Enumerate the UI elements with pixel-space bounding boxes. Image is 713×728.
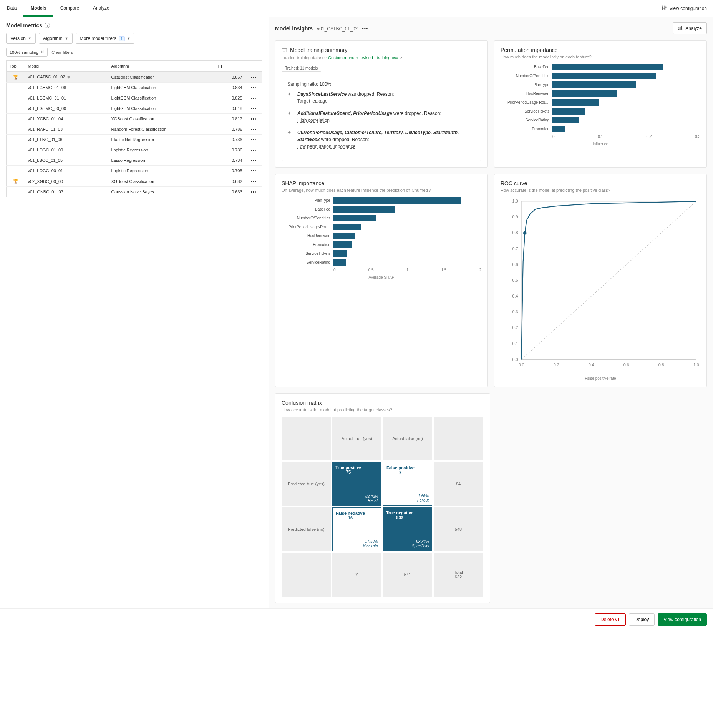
summary-icon <box>282 48 287 54</box>
roc-chart: 0.00.10.20.30.40.50.60.70.80.91.00.00.20… <box>501 197 700 372</box>
model-insights-title: Model insights v01_CATBC_01_02 ••• <box>275 25 368 32</box>
chart-bar-row: ServiceTickets <box>501 108 700 115</box>
chevron-down-icon: ▼ <box>65 37 68 40</box>
svg-text:0.2: 0.2 <box>512 325 518 330</box>
top-tabs-bar: DataModelsCompareAnalyze View configurat… <box>0 0 713 17</box>
analyze-button[interactable]: Analyze <box>673 22 707 34</box>
table-row[interactable]: v01_XGBC_01_04 XGBoost Classification0.8… <box>7 114 262 124</box>
more-filters[interactable]: More model filters1▼ <box>76 33 135 44</box>
trained-chip: Trained: 11 models <box>282 65 321 72</box>
table-row[interactable]: 🏆 v02_XGBC_00_00 XGBoost Classification0… <box>7 176 262 187</box>
clear-filters-link[interactable]: Clear filters <box>51 50 73 55</box>
cm-grand-total: Total632 <box>434 553 483 597</box>
tab-analyze[interactable]: Analyze <box>86 0 116 17</box>
chart-bar-row: PlanType <box>282 197 481 204</box>
row-more-icon[interactable]: ••• <box>251 148 257 152</box>
delete-button[interactable]: Delete v1 <box>595 613 626 626</box>
svg-rect-10 <box>282 48 287 52</box>
svg-text:0.4: 0.4 <box>589 362 594 367</box>
table-row[interactable]: v01_GNBC_01_07 Gaussian Naive Bayes0.633… <box>7 187 262 197</box>
version-filter[interactable]: Version▼ <box>6 33 36 44</box>
table-row[interactable]: v01_ELNC_01_06 Elastic Net Regression0.7… <box>7 135 262 145</box>
filter-chip-sampling[interactable]: 100% sampling✕ <box>6 48 48 57</box>
chart-bar-row: ServiceTickets <box>282 250 481 257</box>
table-row[interactable]: v01_RAFC_01_03 Random Forest Classificat… <box>7 124 262 135</box>
row-more-icon[interactable]: ••• <box>251 168 257 173</box>
chart-bar-row: ServiceRating <box>501 117 700 123</box>
chart-bar-row: Promotion <box>282 241 481 248</box>
row-more-icon[interactable]: ••• <box>251 106 257 111</box>
sparkle-icon: ✦ <box>287 91 293 105</box>
algorithm-filter[interactable]: Algorithm▼ <box>39 33 73 44</box>
table-row[interactable]: v01_LOGC_01_00 Logistic Regression0.736 … <box>7 145 262 155</box>
tab-models[interactable]: Models <box>23 0 53 17</box>
model-metrics-title: Model metrics i <box>6 22 262 28</box>
chart-bar-row: NumberOfPenalties <box>501 73 700 79</box>
col-head-algo[interactable]: Algorithm <box>108 61 215 72</box>
chart-bar-row: PriorPeriodUsage-Rou... <box>282 224 481 230</box>
svg-text:0.9: 0.9 <box>512 214 518 219</box>
row-more-icon[interactable]: ••• <box>251 137 257 142</box>
shap-importance-card: SHAP importance On average, how much doe… <box>275 174 488 387</box>
filter-count-badge: 1 <box>119 36 125 41</box>
close-icon[interactable]: ✕ <box>41 50 44 55</box>
view-configuration-button[interactable]: View configuration <box>655 0 713 17</box>
svg-text:0.8: 0.8 <box>512 230 518 235</box>
svg-point-4 <box>664 8 665 9</box>
svg-line-31 <box>521 201 696 360</box>
confusion-matrix-card: Confusion matrix How accurate is the mod… <box>275 393 490 603</box>
cm-col1-total: 91 <box>332 553 381 597</box>
cm-tp: True positive75 82.42%Recall <box>332 462 381 506</box>
svg-rect-8 <box>681 26 682 30</box>
dataset-link[interactable]: Customer churn revised - training.csv <box>328 55 398 60</box>
view-config-button[interactable]: View configuration <box>658 613 707 626</box>
tab-compare[interactable]: Compare <box>53 0 86 17</box>
svg-text:0.0: 0.0 <box>519 362 524 367</box>
cm-row2-total: 548 <box>434 507 483 551</box>
svg-text:0.5: 0.5 <box>512 278 518 283</box>
info-icon[interactable]: i <box>45 23 50 28</box>
row-more-icon[interactable]: ••• <box>251 96 257 100</box>
col-head-top[interactable]: Top <box>7 61 25 72</box>
svg-point-3 <box>662 6 663 7</box>
col-head-model[interactable]: Model <box>25 61 108 72</box>
perm-importance-card: Permutation importance How much does the… <box>494 40 707 168</box>
cm-pred-true: Predicted true (yes) <box>282 462 331 506</box>
chart-bar-row: BaseFee <box>282 206 481 213</box>
row-more-icon[interactable]: ••• <box>251 116 257 121</box>
svg-text:0.0: 0.0 <box>512 357 518 362</box>
more-icon[interactable]: ••• <box>362 26 368 32</box>
table-row[interactable]: 🏆 v01_CATBC_01_02 ⊗ CatBoost Classificat… <box>7 72 262 83</box>
svg-text:1.0: 1.0 <box>512 199 518 203</box>
svg-point-32 <box>523 231 527 235</box>
chart-bar-row: NumberOfPenalties <box>282 215 481 221</box>
chevron-down-icon: ▼ <box>127 37 131 40</box>
svg-rect-7 <box>680 27 681 29</box>
row-more-icon[interactable]: ••• <box>251 85 257 90</box>
row-more-icon[interactable]: ••• <box>251 158 257 163</box>
svg-rect-6 <box>678 28 679 29</box>
cm-row1-total: 84 <box>434 462 483 506</box>
training-summary-card: Model training summary Loaded training d… <box>275 40 488 168</box>
row-more-icon[interactable]: ••• <box>251 127 257 131</box>
chart-bar-row: PriorPeriodUsage-Rou... <box>501 99 700 106</box>
deploy-button[interactable]: Deploy <box>629 613 655 626</box>
left-panel: Model metrics i Version▼ Algorithm▼ More… <box>0 17 269 608</box>
table-row[interactable]: v01_LGBMC_01_08 LightGBM Classification0… <box>7 83 262 93</box>
view-config-label: View configuration <box>669 6 707 11</box>
table-row[interactable]: v01_LOGC_00_01 Logistic Regression0.705 … <box>7 166 262 176</box>
chart-bar-row: ServiceRating <box>282 259 481 266</box>
row-more-icon[interactable]: ••• <box>251 75 257 80</box>
col-head-f1[interactable]: F1 <box>215 61 245 72</box>
row-more-icon[interactable]: ••• <box>251 189 257 194</box>
table-row[interactable]: v01_LSOC_01_05 Lasso Regression0.734 ••• <box>7 155 262 166</box>
sparkle-icon: ✦ <box>287 110 293 124</box>
tab-data[interactable]: Data <box>0 0 23 17</box>
roc-card: ROC curve How accurate is the model at p… <box>494 174 707 387</box>
row-more-icon[interactable]: ••• <box>251 179 257 184</box>
cm-pred-false: Predicted false (no) <box>282 507 331 551</box>
table-row[interactable]: v01_LGBMC_00_00 LightGBM Classification0… <box>7 103 262 114</box>
table-row[interactable]: v01_LGBMC_01_01 LightGBM Classification0… <box>7 93 262 103</box>
open-icon[interactable]: ↗ <box>399 56 402 60</box>
drop-item: ✦ DaysSinceLastService was dropped. Reas… <box>287 91 476 105</box>
